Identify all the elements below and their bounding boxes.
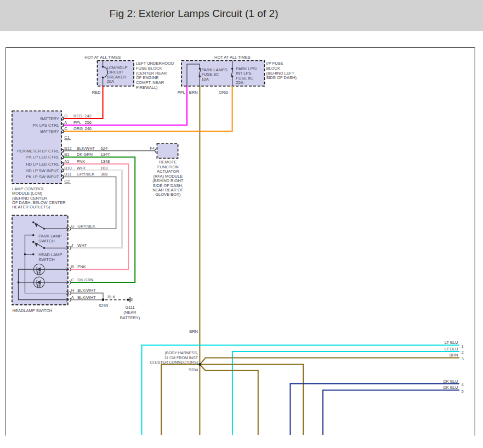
svg-text:LT BLU: LT BLU (445, 340, 458, 345)
svg-text:BLK/WHT: BLK/WHT (77, 288, 96, 293)
svg-text:624: 624 (101, 146, 108, 151)
svg-text:HD LP SW INPUT: HD LP SW INPUT (26, 168, 59, 173)
svg-text:SIDE OF DASH): SIDE OF DASH) (266, 75, 297, 80)
svg-text:A: A (64, 120, 67, 125)
svg-text:C: C (64, 126, 67, 131)
svg-text:GRY/BLK: GRY/BLK (77, 224, 95, 229)
svg-text:1348: 1348 (101, 159, 110, 164)
svg-text:B10: B10 (64, 166, 71, 171)
svg-text:ORG: ORG (73, 126, 83, 131)
svg-text:FUSE BLOCK: FUSE BLOCK (136, 66, 162, 71)
svg-text:BRN: BRN (450, 353, 458, 358)
svg-text:25A: 25A (236, 80, 243, 85)
svg-text:5: 5 (462, 389, 464, 394)
svg-text:BLK/WHT: BLK/WHT (77, 295, 96, 300)
svg-text:C1: C1 (64, 135, 70, 140)
svg-text:PERIMETER LP CTRL: PERIMETER LP CTRL (17, 149, 59, 154)
svg-text:DK BLU: DK BLU (443, 385, 458, 390)
svg-text:COMPT, NEAR: COMPT, NEAR (136, 80, 164, 85)
svg-text:ORG: ORG (219, 90, 228, 95)
svg-text:BLK/WHT: BLK/WHT (77, 146, 95, 151)
svg-text:DK GRN: DK GRN (77, 277, 93, 282)
svg-text:PNK: PNK (77, 264, 86, 269)
svg-text:SWITCH: SWITCH (38, 257, 55, 262)
svg-text:F4: F4 (150, 146, 155, 151)
svg-text:(CENTER REAR: (CENTER REAR (136, 71, 167, 76)
svg-text:HEATER OUTLETS): HEATER OUTLETS) (12, 205, 50, 209)
svg-text:LEFT UNDERHOOD: LEFT UNDERHOOD (136, 61, 174, 66)
svg-text:PPL: PPL (178, 90, 185, 95)
svg-text:256: 256 (85, 120, 92, 125)
svg-text:308: 308 (101, 172, 108, 177)
svg-text:PPL: PPL (73, 120, 81, 125)
svg-text:BATTERY: BATTERY (41, 129, 59, 134)
svg-text:HEAD LAMP: HEAD LAMP (38, 252, 62, 257)
svg-text:PK LP SW INPUT: PK LP SW INPUT (26, 174, 59, 179)
svg-text:BRN: BRN (189, 329, 198, 334)
svg-text:SWITCH: SWITCH (38, 239, 55, 243)
svg-text:PK LP LED CTRL: PK LP LED CTRL (26, 155, 59, 160)
svg-text:BLOCK: BLOCK (266, 66, 280, 71)
svg-text:Fig 2: Exterior Lamps Circuit: Fig 2: Exterior Lamps Circuit (1 of 2) (110, 8, 279, 19)
svg-text:A: A (71, 295, 74, 300)
svg-text:RED: RED (92, 90, 101, 95)
svg-text:B12: B12 (64, 146, 71, 151)
svg-text:LT BLU: LT BLU (445, 347, 458, 351)
svg-text:I/P FUSE: I/P FUSE (266, 61, 283, 66)
svg-text:DK GRN: DK GRN (77, 152, 93, 157)
svg-text:FIREWALL): FIREWALL) (136, 85, 158, 90)
svg-text:GRY/BLK: GRY/BLK (77, 172, 94, 177)
svg-text:(BEHIND LEFT: (BEHIND LEFT (266, 71, 295, 76)
svg-text:PARK LAMP: PARK LAMP (38, 234, 61, 239)
svg-text:(BODY HARNESS,: (BODY HARNESS, (164, 351, 198, 355)
svg-text:J: J (71, 243, 73, 248)
svg-text:A1: A1 (64, 159, 69, 164)
svg-text:4: 4 (462, 382, 464, 387)
svg-text:S204: S204 (189, 367, 198, 372)
svg-text:G111: G111 (125, 305, 134, 310)
svg-text:3: 3 (462, 356, 464, 361)
svg-text:HOT AT ALL TIMES: HOT AT ALL TIMES (214, 55, 251, 60)
svg-text:HEADLAMP SWITCH: HEADLAMP SWITCH (13, 308, 53, 313)
svg-text:DK BLU: DK BLU (443, 379, 458, 384)
svg-text:RED: RED (73, 114, 82, 118)
svg-text:WHT: WHT (77, 166, 86, 171)
svg-text:OF ENGINE: OF ENGINE (136, 75, 158, 80)
svg-text:PNK: PNK (77, 159, 85, 164)
svg-text:H: H (71, 288, 74, 293)
svg-text:HD LP LED CTRL: HD LP LED CTRL (26, 162, 59, 167)
svg-text:1347: 1347 (101, 152, 110, 157)
svg-text:20A: 20A (107, 79, 114, 84)
svg-text:BATTERY: BATTERY (41, 116, 59, 121)
svg-text:BATTERY): BATTERY) (120, 315, 140, 320)
svg-text:CLUSTER CONNECTORS): CLUSTER CONNECTORS) (150, 360, 198, 365)
svg-text:GLOVE BOX): GLOVE BOX) (155, 192, 181, 197)
svg-text:G: G (71, 224, 75, 229)
svg-text:240: 240 (85, 126, 92, 131)
svg-text:B11: B11 (64, 172, 71, 177)
svg-text:103: 103 (101, 166, 108, 171)
svg-text:B1: B1 (64, 152, 69, 157)
svg-text:WHT: WHT (77, 243, 87, 248)
svg-text:BRN: BRN (189, 90, 198, 95)
svg-text:11 CM FROM INST: 11 CM FROM INST (164, 356, 198, 360)
svg-text:10A: 10A (201, 77, 208, 82)
svg-text:1: 1 (462, 344, 464, 349)
svg-text:HOT AT ALL TIMES: HOT AT ALL TIMES (84, 55, 121, 60)
svg-text:C2: C2 (64, 179, 70, 184)
svg-text:B: B (71, 264, 74, 269)
svg-text:S293: S293 (99, 303, 109, 308)
svg-text:(NEAR: (NEAR (123, 310, 137, 315)
svg-text:242: 242 (85, 114, 92, 118)
svg-text:BLK: BLK (107, 294, 115, 299)
svg-text:2: 2 (462, 350, 464, 355)
svg-text:PK LPS CTRL: PK LPS CTRL (33, 123, 59, 128)
svg-text:C: C (71, 277, 75, 282)
svg-text:G: G (64, 114, 67, 118)
